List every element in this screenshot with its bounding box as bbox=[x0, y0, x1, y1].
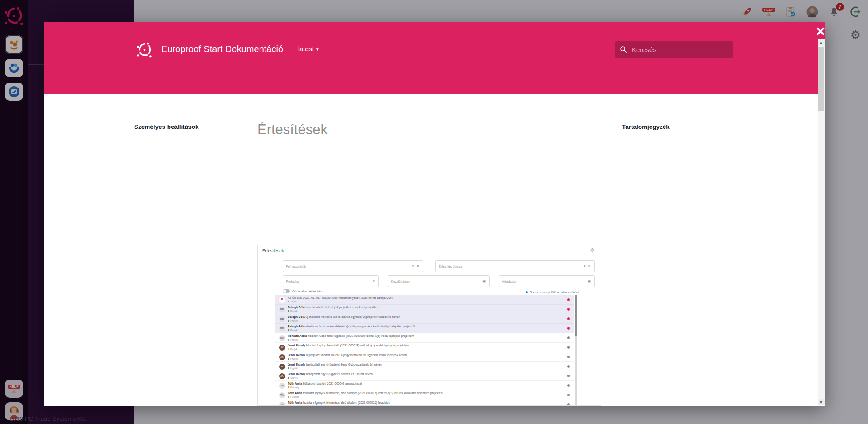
notification-row: JK Jenei Károly frissített Laptop bemuta… bbox=[275, 343, 574, 352]
modal-scrollbar[interactable]: ▲ ▼ bbox=[818, 39, 825, 405]
shot-scrollbar bbox=[575, 295, 577, 405]
scrollbar-thumb[interactable] bbox=[818, 47, 824, 111]
read-state-dot bbox=[567, 336, 570, 339]
shot-notification-list: * Az Ön által 2021. 06. 02. -i időpontba… bbox=[275, 295, 574, 406]
dropdown-icon: ▾ bbox=[373, 279, 376, 283]
calendar-icon: ▣ bbox=[482, 279, 487, 283]
notification-row: * Az Ön által 2021. 06. 02. -i időpontba… bbox=[275, 295, 574, 305]
tag-icon bbox=[288, 367, 289, 369]
docs-article: Értesítések bbox=[257, 113, 603, 150]
row-avatar: JK bbox=[279, 364, 285, 370]
read-state-dot bbox=[567, 327, 570, 330]
close-icon[interactable]: ✕ bbox=[813, 24, 828, 39]
search-box[interactable] bbox=[615, 41, 733, 58]
dropdown-clear-icons: ▾ ✕ bbox=[584, 264, 592, 268]
shot-filter-period: Periódus▾ bbox=[283, 275, 379, 287]
dropdown-clear-icons: ▾ ✕ bbox=[412, 264, 420, 268]
row-avatar: HA bbox=[279, 335, 285, 341]
read-state-dot bbox=[567, 317, 570, 320]
notification-row: TA Tóth Anita költséget rögzített 2021-0… bbox=[275, 381, 574, 390]
version-label: latest bbox=[298, 45, 314, 53]
shot-filter-type: Értesítés típusa▾ ✕ bbox=[435, 260, 595, 272]
read-state-dot bbox=[567, 298, 570, 301]
docs-sidenav: Személyes beállítások bbox=[134, 120, 238, 134]
tag-icon bbox=[288, 339, 289, 341]
row-avatar: TA bbox=[279, 383, 285, 389]
row-avatar: * bbox=[279, 297, 285, 303]
read-state-dot bbox=[567, 384, 570, 387]
notification-row: TA Tóth Anita feladatot Igények felmérés… bbox=[275, 390, 574, 400]
documentation-modal: Europroof Start Dokumentáció latest▼ ✕ S… bbox=[44, 22, 825, 406]
row-avatar: TA bbox=[279, 402, 285, 406]
notification-row: BB Balogh Béla elvette az ön hozzárendel… bbox=[275, 324, 574, 333]
tag-icon bbox=[288, 358, 289, 360]
search-input[interactable] bbox=[631, 45, 728, 54]
shot-filter-users: Felhasználók▾ ✕ bbox=[283, 260, 423, 272]
tag-icon bbox=[288, 377, 289, 379]
read-state-dot bbox=[567, 365, 570, 368]
notification-row: JK Jenei Károly új projektet indított a … bbox=[275, 352, 574, 362]
toc-heading: Tartalomjegyzék bbox=[622, 120, 733, 134]
read-state-dot bbox=[567, 394, 570, 396]
tag-icon bbox=[288, 386, 289, 388]
toggle-icon bbox=[283, 289, 290, 293]
scroll-down-icon[interactable]: ▼ bbox=[818, 399, 825, 405]
version-dropdown[interactable]: latest▼ bbox=[298, 45, 320, 53]
row-avatar: BB bbox=[279, 307, 285, 312]
shot-filter-enddate: Végdátum▣ bbox=[499, 275, 595, 287]
shot-title: Értesítések bbox=[262, 248, 284, 253]
tag-icon bbox=[288, 301, 289, 302]
article-heading: Értesítések bbox=[257, 121, 603, 138]
shot-unread-toggle: Olvasatlan értesítés bbox=[283, 289, 322, 293]
row-avatar: BB bbox=[279, 316, 285, 322]
notification-row: BB Balogh Béla új projektet indított a B… bbox=[275, 314, 574, 324]
tag-icon bbox=[288, 405, 289, 406]
row-avatar: JK bbox=[279, 345, 285, 351]
row-avatar: BB bbox=[279, 326, 285, 331]
notification-row: BB Balogh Béla hozzárendelte önt a(z) Új… bbox=[275, 305, 574, 314]
scroll-up-icon[interactable]: ▲ bbox=[818, 39, 825, 46]
notifications-screenshot: Értesítések ⚙ Felhasználók▾ ✕ Értesítés … bbox=[257, 245, 601, 406]
row-avatar: JK bbox=[279, 373, 285, 379]
table-of-contents: Tartalomjegyzék bbox=[622, 120, 733, 134]
read-state-dot bbox=[567, 308, 570, 311]
tag-icon bbox=[288, 348, 289, 350]
read-state-dot bbox=[567, 375, 570, 377]
tag-icon bbox=[288, 396, 289, 398]
row-avatar: JK bbox=[279, 354, 285, 360]
read-state-dot bbox=[567, 403, 570, 406]
modal-header: Europroof Start Dokumentáció latest▼ ✕ bbox=[44, 22, 825, 94]
notification-row: JK Jenei Károly berögzített egy új ügyfe… bbox=[275, 362, 574, 371]
europroof-logo-icon bbox=[136, 41, 152, 58]
sidenav-heading: Személyes beállítások bbox=[134, 120, 238, 134]
row-avatar: TA bbox=[279, 392, 285, 398]
shot-filter-startdate: Kezdődátum▣ bbox=[388, 275, 490, 287]
notification-row: JK Jenei Károly berögzített egy új ügyfe… bbox=[275, 371, 574, 381]
search-icon bbox=[620, 45, 627, 54]
calendar-icon: ▣ bbox=[588, 279, 592, 283]
read-state-dot bbox=[567, 356, 570, 358]
tag-icon bbox=[288, 329, 289, 331]
notification-row: TA Tóth Anita lezárta a Igények felmérés… bbox=[275, 400, 574, 406]
tag-icon bbox=[288, 310, 289, 312]
notification-row: HA Horváth Attila frissített Kissé fehér… bbox=[275, 333, 574, 343]
blue-dot-icon bbox=[526, 291, 528, 293]
chevron-down-icon: ▼ bbox=[315, 47, 320, 52]
read-state-dot bbox=[567, 346, 570, 349]
docs-title: Europroof Start Dokumentáció bbox=[161, 44, 283, 54]
shot-mark-all: Összes megjelölése olvasottként bbox=[526, 290, 579, 294]
tag-icon bbox=[288, 320, 289, 322]
shot-gear-icon: ⚙ bbox=[590, 247, 594, 253]
